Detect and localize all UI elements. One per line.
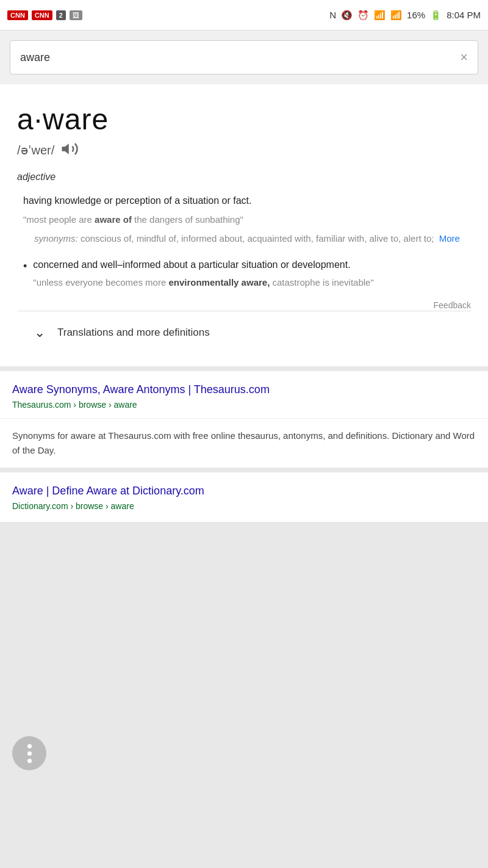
n-icon: N [329, 10, 336, 20]
definition-2-text: concerned and well–informed about a part… [33, 258, 373, 272]
status-bar-left: CNN CNN 2 🖼 [7, 10, 82, 20]
pronunciation-text: /əˈwer/ [17, 143, 54, 157]
image-icon: 🖼 [70, 10, 82, 20]
dot-3 [27, 759, 32, 763]
feedback-row: Feedback [17, 300, 471, 311]
synonyms-text: conscious of, mindful of, informed about… [81, 233, 434, 244]
bold-environmentally-aware: environmentally aware, [168, 277, 270, 288]
search-bar[interactable]: × [10, 40, 478, 74]
battery-percent: 16% [407, 10, 425, 20]
feedback-link[interactable]: Feedback [434, 300, 471, 310]
result-card-2: Aware | Define Aware at Dictionary.com D… [0, 472, 488, 522]
pronunciation-row: /əˈwer/ [17, 140, 471, 161]
translations-bar[interactable]: ⌄ Translations and more definitions [17, 311, 471, 354]
status-bar-right: N 🔇 ⏰ 📶 📶 16% 🔋 8:04 PM [329, 10, 481, 21]
counter-icon: 2 [56, 10, 66, 20]
bullet-item: • concerned and well–informed about a pa… [23, 258, 471, 290]
floating-menu-button[interactable] [12, 736, 46, 770]
definition-1-block: having knowledge or perception of a situ… [23, 193, 471, 245]
cnn-icon-2: CNN [32, 10, 52, 20]
definition-1-text: having knowledge or perception of a situ… [23, 193, 471, 208]
alarm-icon: ⏰ [357, 10, 369, 21]
definition-2-block: • concerned and well–informed about a pa… [23, 258, 471, 290]
result-1-snippet: Synonyms for aware at Thesaurus.com with… [12, 429, 476, 458]
dictionary-card: a·ware /əˈwer/ adjective having knowledg… [0, 84, 488, 366]
result-1-title[interactable]: Aware Synonyms, Aware Antonyms | Thesaur… [12, 382, 476, 397]
more-link[interactable]: More [439, 233, 460, 244]
search-input[interactable] [20, 51, 460, 64]
synonyms-line: synonyms: conscious of, mindful of, info… [23, 232, 471, 246]
synonyms-label: synonyms: [34, 233, 78, 244]
bullet-symbol: • [23, 260, 27, 273]
result-1-link-block: Aware Synonyms, Aware Antonyms | Thesaur… [0, 371, 488, 419]
sound-icon[interactable] [60, 140, 79, 161]
cnn-icon-1: CNN [7, 10, 28, 20]
word-type: adjective [17, 172, 471, 183]
svg-marker-0 [62, 143, 69, 154]
result-1-snippet-block: Synonyms for aware at Thesaurus.com with… [0, 419, 488, 468]
definition-2-example: "unless everyone becomes more environmen… [33, 276, 373, 290]
definition-2-content: concerned and well–informed about a part… [33, 258, 373, 290]
word-title: a·ware [17, 103, 471, 136]
signal-icon: 📶 [390, 10, 402, 21]
floating-dots [27, 744, 32, 763]
status-bar: CNN CNN 2 🖼 N 🔇 ⏰ 📶 📶 16% 🔋 8:04 PM [0, 0, 488, 31]
result-2-title[interactable]: Aware | Define Aware at Dictionary.com [12, 483, 476, 499]
dot-1 [27, 744, 32, 748]
result-2-url: Dictionary.com › browse › aware [12, 501, 476, 511]
wifi-icon: 📶 [374, 10, 386, 21]
search-clear-button[interactable]: × [460, 51, 468, 64]
search-results: Aware Synonyms, Aware Antonyms | Thesaur… [0, 371, 488, 522]
mute-icon: 🔇 [341, 10, 353, 21]
search-container: × [0, 31, 488, 84]
result-card-1: Aware Synonyms, Aware Antonyms | Thesaur… [0, 371, 488, 468]
dot-2 [27, 751, 32, 756]
result-1-url: Thesaurus.com › browse › aware [12, 400, 476, 410]
battery-icon: 🔋 [430, 10, 442, 21]
bold-aware-of: aware of [95, 214, 132, 225]
translations-label: Translations and more definitions [57, 327, 210, 339]
definition-1-example: "most people are aware of the dangers of… [23, 213, 471, 227]
clock: 8:04 PM [447, 10, 481, 20]
chevron-down-icon: ⌄ [34, 325, 45, 341]
